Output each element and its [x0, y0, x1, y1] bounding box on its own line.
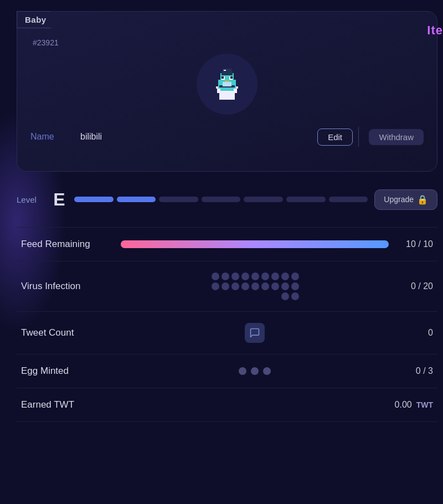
virus-dot: [251, 272, 259, 280]
egg-minted-value: 0 / 3: [389, 366, 433, 376]
level-bar-6: [286, 197, 326, 202]
virus-dot: [222, 282, 229, 290]
baby-tag: Baby: [17, 11, 57, 28]
upgrade-label: Upgrade: [384, 195, 414, 204]
egg-minted-row: Egg Minted 0 / 3: [17, 354, 437, 388]
feed-remaining-label: Feed Remaining: [21, 239, 121, 250]
feed-remaining-row: Feed Remaining 10 / 10: [17, 227, 437, 261]
stats-section: Feed Remaining 10 / 10 Virus Infection: [17, 227, 437, 493]
svg-rect-6: [222, 71, 233, 75]
egg-dot-2: [251, 367, 259, 375]
twt-suffix: TWT: [416, 400, 433, 409]
level-letter: E: [51, 189, 68, 210]
items-label-text: Ite: [427, 23, 443, 37]
level-bar-4: [202, 197, 241, 202]
egg-minted-visual: [121, 367, 389, 375]
level-bar-2: [117, 197, 156, 202]
name-label: Name: [30, 132, 80, 142]
virus-dot: [241, 272, 249, 280]
baby-tag-label: Baby: [25, 15, 47, 24]
name-value: bilibili: [80, 132, 317, 142]
withdraw-button[interactable]: Withdraw: [369, 129, 424, 145]
feed-remaining-value: 10 / 10: [389, 239, 433, 249]
virus-dot: [212, 272, 219, 280]
level-section: Level E Upgrade 🔒: [17, 183, 437, 216]
earned-twt-value: 0.00: [368, 400, 412, 410]
virus-dot: [231, 282, 239, 290]
edit-button[interactable]: Edit: [317, 128, 353, 146]
egg-dots-container: [239, 367, 271, 375]
profile-card: #23921: [17, 11, 437, 172]
avatar-circle: [197, 54, 257, 115]
earned-twt-label: Earned TWT: [21, 399, 121, 410]
virus-infection-label: Virus Infection: [21, 281, 121, 292]
level-bar-3: [159, 197, 198, 202]
virus-dot: [251, 282, 259, 290]
egg-dot-1: [239, 367, 246, 375]
virus-infection-value: 0 / 20: [389, 281, 433, 291]
virus-dot: [271, 282, 279, 290]
svg-rect-8: [224, 70, 226, 71]
virus-infection-visual: [121, 272, 389, 300]
feed-remaining-visual: [121, 240, 389, 248]
virus-dot: [212, 282, 219, 290]
virus-infection-row: Virus Infection: [17, 261, 437, 312]
virus-dot: [281, 292, 289, 300]
tweet-count-value: 0: [389, 328, 433, 338]
profile-id: #23921: [33, 38, 59, 47]
virus-dot: [261, 282, 269, 290]
tweet-icon: [245, 323, 265, 343]
virus-dot: [222, 272, 229, 280]
level-label: Level: [17, 195, 44, 204]
virus-dot: [231, 272, 239, 280]
level-bars: [74, 197, 368, 202]
profile-name-row: Name bilibili Edit Withdraw: [30, 127, 424, 147]
virus-dot: [281, 272, 289, 280]
avatar-image: [209, 66, 245, 102]
feed-bar: [121, 240, 389, 248]
egg-dot-3: [263, 367, 271, 375]
level-bar-1: [74, 197, 114, 202]
items-label: Ite: [427, 23, 443, 38]
virus-dots-container: [210, 272, 299, 300]
virus-dot: [291, 272, 299, 280]
svg-rect-15: [223, 82, 231, 86]
tweet-count-visual: [121, 323, 389, 343]
virus-dot: [291, 292, 299, 300]
level-bar-5: [244, 197, 283, 202]
level-bar-7: [329, 197, 368, 202]
upgrade-button[interactable]: Upgrade 🔒: [374, 189, 437, 210]
tweet-count-label: Tweet Count: [21, 327, 121, 338]
virus-dot: [291, 282, 299, 290]
tweet-count-row: Tweet Count 0: [17, 312, 437, 354]
virus-dot: [261, 272, 269, 280]
virus-dot: [241, 282, 249, 290]
avatar-wrapper: [30, 54, 424, 115]
virus-dot: [281, 282, 289, 290]
svg-rect-10: [222, 76, 224, 79]
virus-dot: [271, 272, 279, 280]
egg-minted-label: Egg Minted: [21, 366, 121, 377]
lock-icon: 🔒: [417, 194, 428, 205]
earned-twt-row: Earned TWT 0.00 TWT: [17, 388, 437, 422]
svg-rect-12: [230, 76, 233, 79]
vertical-divider: [358, 127, 359, 147]
